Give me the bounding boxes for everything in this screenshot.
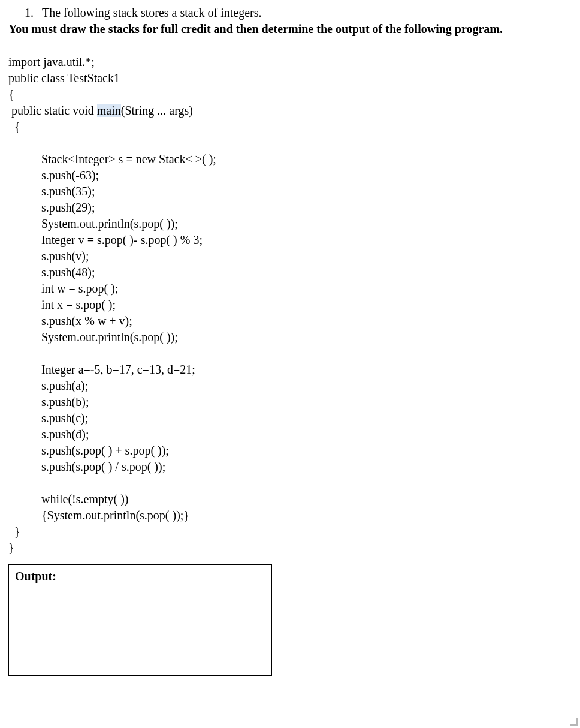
code-line: s.push(35); <box>8 185 95 198</box>
output-label: Output: <box>15 570 56 583</box>
code-line: s.push(a); <box>8 379 88 392</box>
code-line: Stack<Integer> s = new Stack< >( ); <box>8 152 216 166</box>
code-line: import java.util.*; <box>8 55 95 68</box>
code-line: s.push(29); <box>8 201 95 214</box>
code-line: s.push(v); <box>8 249 89 263</box>
code-line: s.push(c); <box>8 411 88 425</box>
question-heading: 1. The following stack stores a stack of… <box>8 5 572 21</box>
code-line: Integer v = s.pop( )- s.pop( ) % 3; <box>8 233 203 246</box>
page: 1. The following stack stores a stack of… <box>0 0 580 728</box>
code-line: s.push(d); <box>8 428 89 441</box>
code-line: } <box>8 525 20 538</box>
code-line: s.push(48); <box>8 266 95 279</box>
code-line: s.push(x % w + v); <box>8 314 132 327</box>
code-line: int x = s.pop( ); <box>8 298 116 311</box>
code-line: {System.out.println(s.pop( ));} <box>8 509 189 522</box>
question-instruction: You must draw the stacks for full credit… <box>8 21 572 37</box>
code-line: s.push(s.pop( ) + s.pop( )); <box>8 444 169 457</box>
code-line: s.push(b); <box>8 395 89 408</box>
code-line: { <box>8 88 14 101</box>
code-line: Integer a=-5, b=17, c=13, d=21; <box>8 363 195 376</box>
code-block: import java.util.*; public class TestSta… <box>8 54 572 556</box>
code-line: { <box>8 120 20 133</box>
code-line: s.push(s.pop( ) / s.pop( )); <box>8 460 165 473</box>
code-line: (String ... args) <box>121 104 193 117</box>
resize-corner-icon <box>570 718 578 726</box>
question-intro: The following stack stores a stack of in… <box>42 5 572 21</box>
code-line: } <box>8 541 14 554</box>
code-highlight-main: main <box>97 104 121 117</box>
code-line: int w = s.pop( ); <box>8 282 119 295</box>
code-line: public class TestStack1 <box>8 71 120 85</box>
code-line: while(!s.empty( )) <box>8 492 129 506</box>
code-line: System.out.println(s.pop( )); <box>8 330 178 344</box>
code-line: public static void <box>8 104 97 117</box>
code-line: System.out.println(s.pop( )); <box>8 217 178 230</box>
code-line: s.push(-63); <box>8 169 99 182</box>
question-number: 1. <box>8 5 42 21</box>
output-box: Output: <box>8 564 272 676</box>
